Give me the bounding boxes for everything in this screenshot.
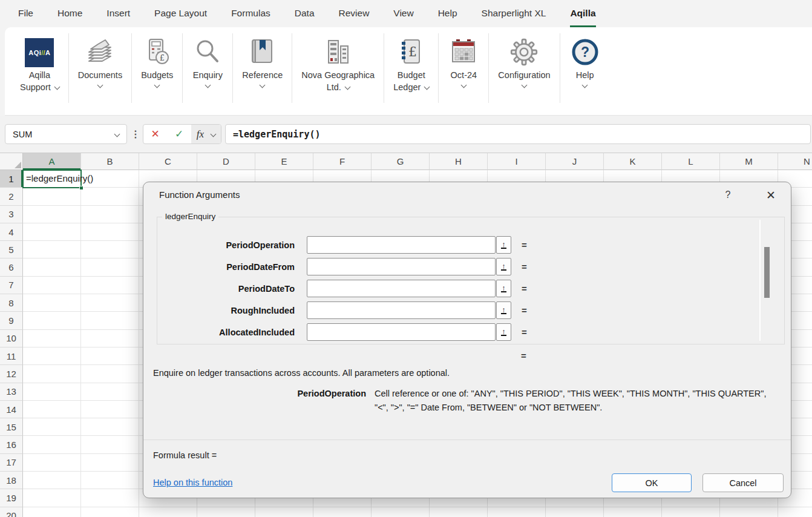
column-header-n[interactable]: N: [778, 153, 812, 170]
ribbon-item-budget-ledger[interactable]: £BudgetLedger: [384, 27, 438, 115]
chevron-down-icon: [205, 82, 211, 88]
column-header-m[interactable]: M: [720, 153, 778, 170]
row-header-7[interactable]: 7: [0, 277, 23, 294]
cancel-button[interactable]: Cancel: [702, 473, 784, 492]
tab-aqilla[interactable]: Aqilla: [570, 0, 595, 27]
tab-sharperlight-xl[interactable]: Sharperlight XL: [482, 0, 546, 27]
ribbon-item-reference[interactable]: Reference: [233, 27, 292, 115]
row-header-12[interactable]: 12: [0, 365, 23, 383]
collapse-dialog-button[interactable]: ↑: [496, 236, 511, 254]
chevron-down-icon: [424, 84, 430, 90]
column-header-e[interactable]: E: [255, 153, 313, 170]
row-header-11[interactable]: 11: [0, 347, 23, 365]
row-header-6[interactable]: 6: [0, 258, 23, 276]
tab-data[interactable]: Data: [295, 0, 315, 27]
enter-formula-button[interactable]: ✓: [167, 125, 191, 143]
column-header-g[interactable]: G: [372, 153, 430, 170]
row-header-17[interactable]: 17: [0, 454, 23, 472]
column-header-a[interactable]: A: [23, 153, 81, 170]
row-header-10[interactable]: 10: [0, 330, 23, 347]
ribbon-item-help[interactable]: ?Help: [560, 27, 610, 115]
row-header-18[interactable]: 18: [0, 472, 23, 489]
column-header-i[interactable]: I: [488, 153, 546, 170]
ribbon-item-aqilla-support[interactable]: AQi//AAqillaSupport: [11, 27, 68, 115]
ribbon-item-label: Help: [576, 69, 594, 90]
ok-button[interactable]: OK: [612, 473, 692, 492]
argument-input-allocatedincluded[interactable]: [307, 323, 496, 341]
ribbon-item-period[interactable]: Oct-24: [439, 27, 488, 115]
chevron-down-icon: [522, 82, 528, 88]
book-icon: [247, 32, 278, 67]
tab-view[interactable]: View: [393, 0, 413, 27]
fill-handle[interactable]: [79, 186, 83, 190]
row-header-9[interactable]: 9: [0, 312, 23, 329]
more-options-icon[interactable]: ⋮: [131, 124, 140, 144]
chevron-down-icon: [154, 82, 160, 88]
formula-buttons: ✕ ✓ fx: [143, 124, 221, 144]
argument-input-perioddateto[interactable]: [307, 280, 496, 297]
active-cell-a1[interactable]: =ledgerEnquiry(): [22, 170, 82, 188]
column-header-c[interactable]: C: [139, 153, 197, 170]
column-header-d[interactable]: D: [197, 153, 255, 170]
argument-input-roughincluded[interactable]: [307, 301, 496, 319]
row-header-4[interactable]: 4: [0, 223, 23, 241]
tab-review[interactable]: Review: [339, 0, 370, 27]
tab-page-layout[interactable]: Page Layout: [154, 0, 207, 27]
insert-function-button[interactable]: fx: [191, 125, 221, 143]
column-header-l[interactable]: L: [662, 153, 720, 170]
column-header-k[interactable]: K: [604, 153, 662, 170]
svg-text:£: £: [160, 53, 165, 62]
row-header-13[interactable]: 13: [0, 383, 23, 401]
argument-input-perioddatefrom[interactable]: [307, 258, 496, 275]
ribbon-item-enquiry[interactable]: Enquiry: [183, 27, 232, 115]
row-header-2[interactable]: 2: [0, 188, 23, 205]
argument-input-periodoperation[interactable]: [307, 236, 496, 254]
column-header-h[interactable]: H: [430, 153, 488, 170]
collapse-dialog-button[interactable]: ↑: [496, 301, 511, 319]
ribbon-item-company[interactable]: Nova GeographicaLtd.: [292, 27, 384, 115]
help-on-function-link[interactable]: Help on this function: [153, 478, 232, 487]
column-header-f[interactable]: F: [313, 153, 372, 170]
ribbon-item-configuration[interactable]: Configuration: [489, 27, 559, 115]
parameter-help-text: Cell reference or one of: "ANY", "THIS P…: [375, 387, 766, 415]
tab-formulas[interactable]: Formulas: [231, 0, 270, 27]
column-header-j[interactable]: J: [546, 153, 604, 170]
dialog-help-button[interactable]: ?: [720, 187, 736, 203]
dialog-scrollbar-track[interactable]: [759, 220, 761, 341]
collapse-dialog-button[interactable]: ↑: [496, 323, 511, 341]
row-header-20[interactable]: 20: [0, 507, 23, 517]
tab-file[interactable]: File: [18, 0, 33, 27]
column-header-b[interactable]: B: [81, 153, 139, 170]
close-icon[interactable]: ✕: [762, 186, 780, 204]
function-group-box: ledgerEnquiry PeriodOperation↑=PeriodDat…: [157, 217, 785, 344]
argument-row-roughincluded: RoughIncluded↑=: [157, 301, 527, 319]
name-box[interactable]: SUM: [5, 124, 127, 144]
tab-home[interactable]: Home: [57, 0, 82, 27]
row-header-8[interactable]: 8: [0, 294, 23, 312]
row-header-19[interactable]: 19: [0, 489, 23, 507]
collapse-dialog-button[interactable]: ↑: [496, 280, 511, 297]
function-arguments-dialog[interactable]: Function Arguments ? ✕ ledgerEnquiry Per…: [143, 182, 791, 498]
row-header-15[interactable]: 15: [0, 418, 23, 436]
formula-input[interactable]: [225, 124, 811, 144]
row-header-3[interactable]: 3: [0, 206, 23, 223]
select-all-triangle-icon: [15, 162, 21, 168]
equals-sign: =: [522, 262, 527, 272]
select-all-corner[interactable]: [0, 153, 23, 170]
tab-help[interactable]: Help: [438, 0, 457, 27]
ribbon-item-documents[interactable]: Documents: [69, 27, 131, 115]
dialog-scrollbar-thumb[interactable]: [764, 247, 770, 298]
row-header-16[interactable]: 16: [0, 436, 23, 453]
documents-icon: [84, 32, 116, 67]
row-header-5[interactable]: 5: [0, 241, 23, 258]
ribbon-item-label: Configuration: [498, 69, 550, 90]
ribbon-item-budgets[interactable]: £Budgets: [132, 27, 182, 115]
ribbon-item-label: BudgetLedger: [393, 69, 429, 93]
row-header-14[interactable]: 14: [0, 401, 23, 418]
collapse-dialog-button[interactable]: ↑: [496, 258, 511, 275]
function-description: Enquire on ledger transactions across ac…: [153, 368, 450, 378]
row-header-1[interactable]: 1: [0, 170, 23, 188]
tab-insert[interactable]: Insert: [106, 0, 130, 27]
cancel-formula-button[interactable]: ✕: [143, 125, 167, 143]
ribbon: AQi//AAqillaSupportDocuments£BudgetsEnqu…: [5, 27, 812, 116]
